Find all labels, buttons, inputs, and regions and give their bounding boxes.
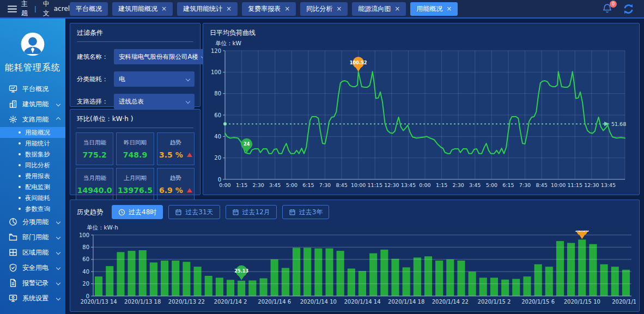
range-button-过去31天[interactable]: 过去31天 [168,205,220,219]
submenu-item-同比分析[interactable]: 同比分析 [0,160,65,171]
history-header: 历史趋势 过去48时过去31天过去12月过去3年 [70,200,639,219]
close-icon[interactable]: × [226,5,232,12]
submenu-item-label: 用能概况 [25,129,50,137]
tab-label: 同比分析 [306,4,332,14]
trend-up-icon [187,153,192,157]
bullet-icon [19,197,21,199]
submenu-item-参数查询[interactable]: 参数查询 [0,203,65,214]
ring-cell-label: 趋势 [170,174,181,182]
topbar-left: 主题｜中文 acrel [0,0,65,18]
calendar-icon [232,209,239,216]
svg-text:2020/1/14 6: 2020/1/14 6 [258,299,291,305]
tab-复费率报表[interactable]: 复费率报表× [242,2,296,16]
chevron-down-icon [56,281,60,285]
range-button-过去12月[interactable]: 过去12月 [226,205,277,219]
svg-text:2020/1/14 10: 2020/1/14 10 [300,299,337,305]
svg-text:1:15: 1:15 [236,182,247,188]
tab-label: 用能概况 [416,4,442,14]
close-icon[interactable]: × [284,5,290,12]
sidebar-item-支路用能[interactable]: 支路用能 [0,112,65,127]
sidebar-item-安全用电[interactable]: 安全用电 [0,260,65,275]
ring-cell-value: 14940.0 [77,186,112,195]
sidebar-item-label: 系统设置 [22,294,48,303]
submenu-item-夜间能耗[interactable]: 夜间能耗 [0,192,65,203]
chevron-up-icon [56,117,60,122]
report-icon [9,279,17,287]
bullet-icon [19,131,21,134]
svg-text:25.13: 25.13 [234,268,248,274]
submenu-item-label: 同比分析 [25,161,50,170]
chevron-down-icon [56,250,60,255]
ring-panel-title: 环比(单位：kW·h ) [77,110,193,128]
sidebar-menu: 平台概况建筑用能支路用能用能概况用能统计数据集抄同比分析费用报表配电监测夜间能耗… [0,81,65,306]
hamburger-icon[interactable] [8,5,17,13]
svg-text:100: 100 [79,232,89,238]
sidebar-item-部门用能[interactable]: 部门用能 [0,230,65,245]
submenu-item-配电监测[interactable]: 配电监测 [0,182,65,192]
submenu-item-label: 夜间能耗 [25,194,50,202]
submenu-item-用能统计[interactable]: 用能统计 [0,138,65,149]
sidebar-item-报警记录[interactable]: 报警记录 [0,275,65,291]
theme-switch[interactable]: 主题 [21,0,28,18]
svg-text:3:45: 3:45 [469,182,481,188]
sidebar-item-label: 支路用能 [22,115,48,124]
pie-icon [9,218,17,226]
filter-rows: 建筑名称：安科瑞电气股份有限公司A楼分类能耗：电支路选择：进线总表 [70,49,200,109]
tab-平台概况[interactable]: 平台概况 [70,2,108,16]
tab-建筑用能统计[interactable]: 建筑用能统计× [177,2,238,16]
svg-text:40: 40 [214,134,221,140]
folder-icon [9,233,17,241]
sidebar-item-区域用能[interactable]: 区域用能 [0,245,65,260]
chevron-down-icon [56,235,60,239]
submenu-item-费用报表[interactable]: 费用报表 [0,171,65,182]
svg-text:2020/1/13 14: 2020/1/13 14 [81,299,117,305]
sidebar-item-平台概况[interactable]: 平台概况 [0,81,65,96]
language-switch[interactable]: 中文 [43,0,50,18]
submenu-item-用能概况[interactable]: 用能概况 [0,127,65,138]
sidebar-item-建筑用能[interactable]: 建筑用能 [0,96,65,112]
ring-cell-label: 当日用能 [83,139,106,147]
settings-icon [9,294,17,303]
trend-up-icon [187,188,192,192]
submenu-item-数据集抄[interactable]: 数据集抄 [0,149,65,160]
building-name-select[interactable]: 安科瑞电气股份有限公司A楼 [114,49,210,64]
ring-cell-趋势: 趋势3.5 % [157,132,195,165]
svg-text:60: 60 [214,112,221,118]
close-icon[interactable]: × [161,5,167,12]
monitor-icon [9,84,17,93]
energy-type-select[interactable]: 电 [114,71,195,87]
tab-建筑用能概况[interactable]: 建筑用能概况× [112,2,173,16]
circuit-select[interactable]: 进线总表 [114,94,195,109]
svg-text:2020/1/14 18: 2020/1/14 18 [388,299,424,305]
ring-cell-label: 昨日同期 [124,139,147,147]
svg-text:2:30: 2:30 [452,182,464,188]
tab-同比分析[interactable]: 同比分析× [300,2,348,16]
range-button-过去3年[interactable]: 过去3年 [282,205,330,219]
ring-cell-当日用能: 当日用能775.2 [76,132,113,165]
svg-text:2020/1/13 22: 2020/1/13 22 [168,299,205,305]
range-button-label: 过去31天 [185,208,213,217]
calendar-icon [289,209,296,216]
submenu-item-label: 费用报表 [25,172,50,180]
svg-text:13:45: 13:45 [601,182,616,188]
sidebar-item-系统设置[interactable]: 系统设置 [0,291,65,306]
filter-panel-title: 过滤条件 [77,23,193,42]
filter-field-label: 支路选择： [77,98,114,106]
close-icon[interactable]: × [446,5,452,12]
tab-用能概况[interactable]: 用能概况× [410,2,458,16]
ring-cell-label: 趋势 [170,139,181,147]
sidebar-item-分项用能[interactable]: 分项用能 [0,214,65,230]
filter-field-label: 建筑名称： [77,53,114,61]
range-button-过去48时[interactable]: 过去48时 [112,205,163,219]
app-title: 能耗管理系统 [0,62,65,74]
close-icon[interactable]: × [336,5,342,12]
notifications-button[interactable]: 0 [602,3,613,14]
refresh-button[interactable] [623,3,634,15]
svg-text:6:15: 6:15 [502,182,514,188]
svg-text:5:00: 5:00 [486,182,497,188]
close-icon[interactable]: × [394,5,400,12]
shield-icon [9,263,17,272]
sidebar-item-label: 平台概况 [22,84,48,94]
tab-label: 复费率报表 [248,4,281,14]
tab-能源流向图[interactable]: 能源流向图× [352,2,406,16]
